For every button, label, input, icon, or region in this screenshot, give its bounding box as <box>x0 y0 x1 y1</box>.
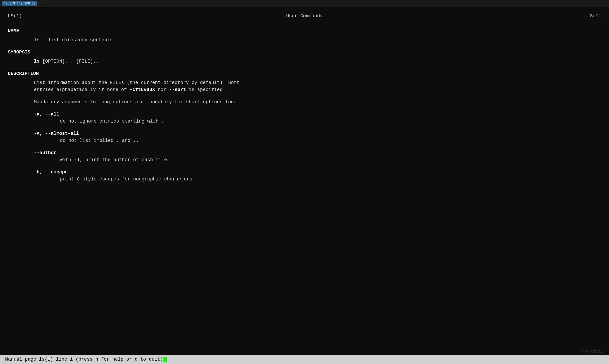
option-A-desc: do not list implied . and .. <box>60 137 601 144</box>
option-b-desc: print C-style escapes for nongraphic cha… <box>60 176 601 183</box>
desc-after: is specified. <box>186 87 225 92</box>
option-b: -b, --escape print C-style escapes for n… <box>8 169 601 183</box>
author-desc-before: with <box>60 157 74 162</box>
man-header-right: LS(1) <box>587 13 601 20</box>
desc-para1-before: entries alphabetically if none of <box>34 87 130 92</box>
section-synopsis-content: ls [OPTION]... [FILE]... <box>34 58 601 65</box>
author-desc-bold: -l <box>74 157 80 162</box>
description-para1-line2: entries alphabetically if none of -cftuv… <box>34 86 601 93</box>
status-bar-text: Manual page ls(1) line 1 (press h for he… <box>5 356 163 363</box>
cursor <box>163 357 167 362</box>
option-author-desc: with -l, print the author of each file <box>60 156 601 163</box>
section-description: DESCRIPTION List information about the F… <box>8 70 601 106</box>
section-name-content: ls - list directory contents <box>34 37 601 44</box>
section-description-heading: DESCRIPTION <box>8 70 601 77</box>
option-A-flag: -A, --almost-all <box>34 130 601 137</box>
author-desc-after: , print the author of each file <box>80 157 167 162</box>
option-b-flag: -b, --escape <box>34 169 601 176</box>
desc-middle: nor <box>155 87 169 92</box>
new-tab-button[interactable]: + <box>39 1 41 6</box>
description-para1-line1: List information about the FILEs (the cu… <box>34 79 601 86</box>
watermark: CSDN @普允志 <box>580 349 604 354</box>
option-a-desc: do not ignore entries starting with . <box>60 118 601 125</box>
desc-bold1: -cftuvSUX <box>130 87 155 92</box>
terminal-content: LS(1) User Commands LS(1) NAME ls - list… <box>0 7 609 188</box>
synopsis-command: ls <box>34 59 40 64</box>
desc-bold2: --sort <box>169 87 186 92</box>
synopsis-args: [OPTION]... [FILE]... <box>42 59 101 64</box>
section-synopsis-heading: SYNOPSIS <box>8 49 601 56</box>
description-para2: Mandatory arguments to long options are … <box>34 99 601 106</box>
option-author-flag: --author <box>34 149 601 156</box>
section-name-heading: NAME <box>8 27 601 34</box>
section-synopsis: SYNOPSIS ls [OPTION]... [FILE]... <box>8 49 601 65</box>
option-a: -a, --all do not ignore entries starting… <box>8 111 601 125</box>
option-author: --author with -l, print the author of ea… <box>8 149 601 163</box>
ip-badge: 47.113.149.169:22 <box>2 1 37 6</box>
man-page-header: LS(1) User Commands LS(1) <box>8 13 601 20</box>
status-bar: Manual page ls(1) line 1 (press h for he… <box>0 355 609 364</box>
man-header-center: User Commands <box>286 13 323 20</box>
title-bar: 47.113.149.169:22 + <box>0 0 609 7</box>
man-header-left: LS(1) <box>8 13 22 20</box>
section-name: NAME ls - list directory contents <box>8 27 601 44</box>
option-a-flag: -a, --all <box>34 111 601 118</box>
option-A: -A, --almost-all do not list implied . a… <box>8 130 601 144</box>
